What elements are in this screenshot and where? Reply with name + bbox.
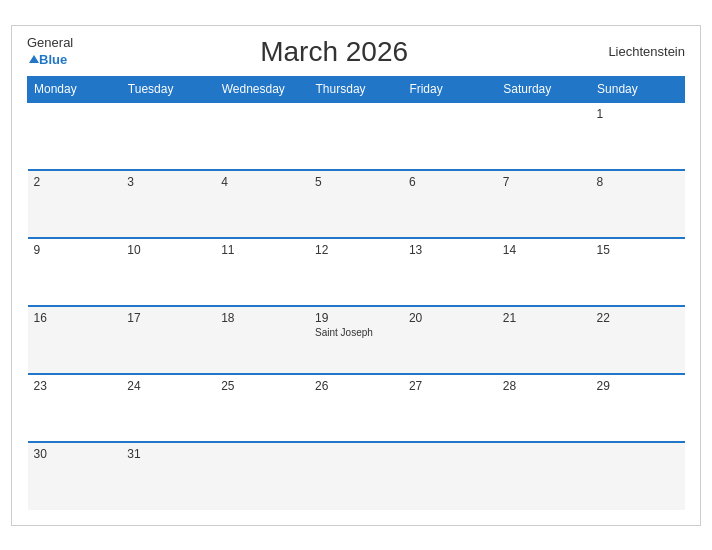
- logo: General Blue: [27, 36, 73, 68]
- day-number: 25: [221, 379, 303, 393]
- weekday-header-tuesday: Tuesday: [121, 76, 215, 102]
- day-number: 18: [221, 311, 303, 325]
- weekday-header-sunday: Sunday: [591, 76, 685, 102]
- day-number: 30: [34, 447, 116, 461]
- day-number: 19: [315, 311, 397, 325]
- day-number: 14: [503, 243, 585, 257]
- calendar-cell: 23: [28, 374, 122, 442]
- calendar-cell: 17: [121, 306, 215, 374]
- logo-blue-text: Blue: [39, 52, 67, 67]
- day-number: 16: [34, 311, 116, 325]
- calendar-cell: 27: [403, 374, 497, 442]
- day-number: 20: [409, 311, 491, 325]
- calendar-cell: [403, 442, 497, 510]
- day-number: 24: [127, 379, 209, 393]
- calendar-cell: 12: [309, 238, 403, 306]
- weekday-header-wednesday: Wednesday: [215, 76, 309, 102]
- calendar-cell: [497, 102, 591, 170]
- weekday-header-friday: Friday: [403, 76, 497, 102]
- calendar-cell: 10: [121, 238, 215, 306]
- calendar-cell: [591, 442, 685, 510]
- calendar-cell: 28: [497, 374, 591, 442]
- calendar-cell: 25: [215, 374, 309, 442]
- weekday-header-thursday: Thursday: [309, 76, 403, 102]
- week-row-1: 1: [28, 102, 685, 170]
- day-number: 11: [221, 243, 303, 257]
- day-number: 21: [503, 311, 585, 325]
- weekday-header-saturday: Saturday: [497, 76, 591, 102]
- day-number: 1: [597, 107, 679, 121]
- calendar-cell: 9: [28, 238, 122, 306]
- day-number: 10: [127, 243, 209, 257]
- day-number: 13: [409, 243, 491, 257]
- weekday-header-monday: Monday: [28, 76, 122, 102]
- calendar-cell: 18: [215, 306, 309, 374]
- calendar-cell: 24: [121, 374, 215, 442]
- calendar-cell: [28, 102, 122, 170]
- calendar-title: March 2026: [73, 36, 595, 68]
- calendar-header: General Blue March 2026 Liechtenstein: [27, 36, 685, 68]
- calendar-cell: 8: [591, 170, 685, 238]
- calendar-cell: [309, 102, 403, 170]
- day-number: 31: [127, 447, 209, 461]
- calendar-cell: 15: [591, 238, 685, 306]
- calendar-cell: 22: [591, 306, 685, 374]
- logo-triangle-icon: [29, 55, 39, 63]
- day-number: 28: [503, 379, 585, 393]
- day-number: 2: [34, 175, 116, 189]
- day-number: 22: [597, 311, 679, 325]
- logo-general-text: General: [27, 36, 73, 50]
- weekday-header-row: MondayTuesdayWednesdayThursdayFridaySatu…: [28, 76, 685, 102]
- day-number: 27: [409, 379, 491, 393]
- week-row-6: 3031: [28, 442, 685, 510]
- day-number: 23: [34, 379, 116, 393]
- calendar-cell: 7: [497, 170, 591, 238]
- week-row-2: 2345678: [28, 170, 685, 238]
- calendar-cell: 26: [309, 374, 403, 442]
- week-row-5: 23242526272829: [28, 374, 685, 442]
- day-number: 3: [127, 175, 209, 189]
- day-number: 8: [597, 175, 679, 189]
- day-number: 9: [34, 243, 116, 257]
- calendar-cell: 21: [497, 306, 591, 374]
- calendar-cell: [215, 102, 309, 170]
- country-label: Liechtenstein: [595, 44, 685, 59]
- day-number: 15: [597, 243, 679, 257]
- calendar-table: MondayTuesdayWednesdayThursdayFridaySatu…: [27, 76, 685, 510]
- calendar-cell: 16: [28, 306, 122, 374]
- logo-blue-row: Blue: [27, 50, 67, 68]
- calendar-cell: [403, 102, 497, 170]
- day-number: 4: [221, 175, 303, 189]
- calendar-cell: 19Saint Joseph: [309, 306, 403, 374]
- calendar-cell: 1: [591, 102, 685, 170]
- calendar-cell: 13: [403, 238, 497, 306]
- week-row-4: 16171819Saint Joseph202122: [28, 306, 685, 374]
- calendar-cell: 31: [121, 442, 215, 510]
- day-number: 17: [127, 311, 209, 325]
- day-number: 29: [597, 379, 679, 393]
- week-row-3: 9101112131415: [28, 238, 685, 306]
- calendar-cell: [121, 102, 215, 170]
- calendar-cell: [215, 442, 309, 510]
- day-number: 7: [503, 175, 585, 189]
- day-number: 5: [315, 175, 397, 189]
- calendar-cell: [309, 442, 403, 510]
- calendar-cell: 6: [403, 170, 497, 238]
- day-number: 12: [315, 243, 397, 257]
- calendar-cell: 2: [28, 170, 122, 238]
- day-event: Saint Joseph: [315, 327, 397, 338]
- calendar-cell: 4: [215, 170, 309, 238]
- calendar-cell: 3: [121, 170, 215, 238]
- calendar-cell: 14: [497, 238, 591, 306]
- calendar-cell: 20: [403, 306, 497, 374]
- calendar-cell: [497, 442, 591, 510]
- day-number: 6: [409, 175, 491, 189]
- calendar-cell: 30: [28, 442, 122, 510]
- day-number: 26: [315, 379, 397, 393]
- calendar-cell: 29: [591, 374, 685, 442]
- calendar-cell: 5: [309, 170, 403, 238]
- calendar-container: General Blue March 2026 Liechtenstein Mo…: [11, 25, 701, 526]
- calendar-cell: 11: [215, 238, 309, 306]
